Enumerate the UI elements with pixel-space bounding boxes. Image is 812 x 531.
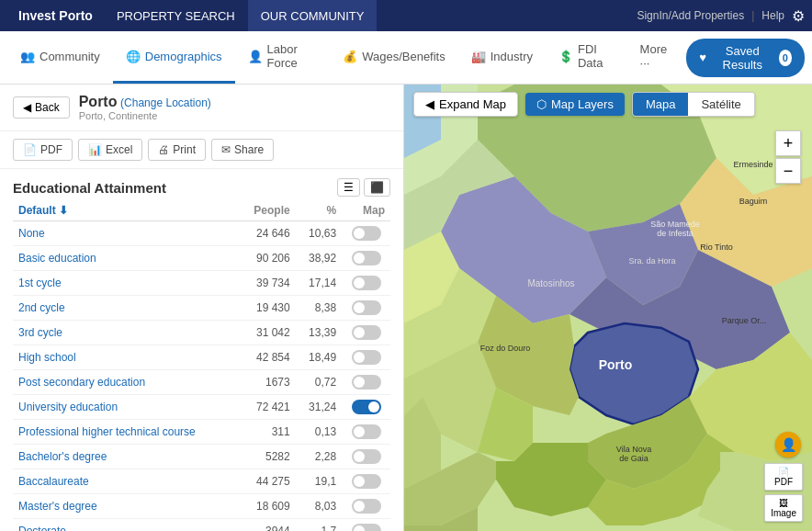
svg-text:Foz do Douro: Foz do Douro [480, 344, 531, 353]
share-button[interactable]: ✉ Share [211, 139, 274, 161]
saved-results-badge: 0 [779, 50, 792, 66]
change-location-link[interactable]: (Change Location) [120, 96, 211, 109]
table-row: Baccalaureate44 27519,1 [13, 469, 390, 494]
table-view-button[interactable]: ☰ [337, 178, 360, 197]
map-toggle-8[interactable] [352, 424, 381, 439]
section-title: Educational Attainment [13, 180, 166, 196]
table-header-row: Default ⬇ People % Map [13, 200, 390, 221]
row-label-3[interactable]: 2nd cycle [13, 296, 239, 321]
row-pct-5: 18,49 [296, 345, 342, 370]
map-type-switcher: Mapa Satélite [632, 92, 755, 117]
map-toggle-12[interactable] [352, 524, 381, 531]
table-row: None24 64610,63 [13, 221, 390, 246]
map-toggle-1[interactable] [352, 251, 381, 266]
zoom-out-button[interactable]: − [775, 158, 801, 184]
help-link[interactable]: Help [761, 9, 784, 22]
row-label-1[interactable]: Basic education [13, 246, 239, 271]
row-label-7[interactable]: University education [13, 395, 239, 420]
location-info: Porto (Change Location) Porto, Continent… [79, 94, 211, 121]
map-toggle-6[interactable] [352, 375, 381, 390]
default-col-header[interactable]: Default ⬇ [13, 200, 239, 221]
nav-our-community[interactable]: OUR COMMUNITY [248, 0, 378, 31]
settings-button[interactable]: ⚙ [792, 7, 805, 25]
row-label-9[interactable]: Bachelor's degree [13, 445, 239, 469]
pct-col-header: % [296, 200, 342, 221]
row-map-toggle-4[interactable] [342, 321, 390, 345]
row-label-12[interactable]: Doctorate [13, 519, 239, 532]
excel-button[interactable]: 📊 Excel [78, 139, 142, 161]
print-button[interactable]: 🖨 Print [148, 139, 206, 161]
map-toggle-7[interactable] [352, 400, 381, 414]
tab-wages-benefits[interactable]: 💰 Wages/Benefits [330, 31, 458, 84]
row-label-2[interactable]: 1st cycle [13, 271, 239, 296]
svg-text:Sra. da Hora: Sra. da Hora [628, 256, 675, 266]
row-map-toggle-2[interactable] [342, 271, 390, 296]
map-pdf-button[interactable]: 📄 PDF [764, 463, 803, 491]
tab-demographics[interactable]: 🌐 Demographics [113, 31, 235, 84]
expand-map-button[interactable]: ◀ Expand Map [413, 92, 518, 117]
row-map-toggle-5[interactable] [342, 345, 390, 370]
back-button[interactable]: ◀ Back [13, 96, 70, 119]
map-toggle-5[interactable] [352, 350, 381, 365]
chart-view-button[interactable]: ⬛ [364, 178, 390, 197]
row-map-toggle-7[interactable] [342, 395, 390, 420]
row-pct-10: 19,1 [296, 469, 342, 494]
map-toggle-11[interactable] [352, 499, 381, 514]
row-map-toggle-0[interactable] [342, 221, 390, 246]
tab-more[interactable]: More ··· [627, 31, 687, 84]
pdf-button[interactable]: 📄 PDF [13, 139, 73, 161]
map-type-mapa[interactable]: Mapa [633, 93, 689, 116]
fdi-icon: 💲 [558, 50, 573, 63]
tab-labor-force-label: Labor Force [267, 42, 318, 70]
tab-industry[interactable]: 🏭 Industry [458, 31, 546, 84]
brand-logo[interactable]: Invest Porto [7, 0, 104, 31]
left-panel: ◀ Back Porto (Change Location) Porto, Co… [0, 85, 404, 531]
nav-property-search[interactable]: PROPERTY SEARCH [104, 0, 248, 31]
row-pct-0: 10,63 [296, 221, 342, 246]
row-label-8[interactable]: Professional higher technical course [13, 420, 239, 445]
row-label-4[interactable]: 3rd cycle [13, 321, 239, 345]
row-label-0[interactable]: None [13, 221, 239, 246]
tab-community[interactable]: 👥 Community [7, 31, 113, 84]
svg-text:Porto: Porto [599, 357, 633, 372]
map-toggle-10[interactable] [352, 474, 381, 489]
row-pct-12: 1,7 [296, 519, 342, 532]
row-people-1: 90 206 [239, 246, 296, 271]
zoom-in-button[interactable]: + [775, 130, 801, 156]
row-label-11[interactable]: Master's degree [13, 494, 239, 519]
row-map-toggle-12[interactable] [342, 519, 390, 532]
map-toggle-4[interactable] [352, 325, 381, 340]
tab-labor-force[interactable]: 👤 Labor Force [235, 31, 331, 84]
map-toggle-0[interactable] [352, 226, 381, 241]
signin-link[interactable]: SignIn/Add Properties [637, 9, 744, 22]
row-map-toggle-1[interactable] [342, 246, 390, 271]
row-label-6[interactable]: Post secondary education [13, 370, 239, 395]
svg-text:Ermesinde: Ermesinde [733, 160, 773, 169]
row-pct-6: 0,72 [296, 370, 342, 395]
tab-fdi-data[interactable]: 💲 FDI Data [546, 31, 627, 84]
share-label: Share [234, 143, 264, 156]
back-arrow-icon: ◀ [23, 101, 31, 114]
map-image-button[interactable]: 🖼 Image [764, 494, 803, 522]
table-row: Professional higher technical course3110… [13, 420, 390, 445]
row-map-toggle-11[interactable] [342, 494, 390, 519]
map-toggle-2[interactable] [352, 276, 381, 290]
map-zoom-controls: + − [775, 130, 801, 184]
map-toggle-3[interactable] [352, 300, 381, 315]
row-map-toggle-9[interactable] [342, 445, 390, 469]
tab-wages-label: Wages/Benefits [362, 50, 445, 63]
row-map-toggle-3[interactable] [342, 296, 390, 321]
row-label-10[interactable]: Baccalaureate [13, 469, 239, 494]
row-map-toggle-8[interactable] [342, 420, 390, 445]
print-icon: 🖨 [158, 143, 169, 156]
top-navigation: Invest Porto PROPERTY SEARCH OUR COMMUNI… [0, 0, 812, 31]
row-label-5[interactable]: High school [13, 345, 239, 370]
map-layers-button[interactable]: ⬡ Map Layers [525, 93, 625, 116]
street-view-button[interactable]: 👤 [775, 432, 801, 458]
row-map-toggle-6[interactable] [342, 370, 390, 395]
map-type-satelite[interactable]: Satélite [688, 93, 753, 116]
saved-results-button[interactable]: ♥ Saved Results 0 [686, 39, 805, 77]
table-row: 1st cycle39 73417,14 [13, 271, 390, 296]
row-map-toggle-10[interactable] [342, 469, 390, 494]
map-toggle-9[interactable] [352, 449, 381, 464]
